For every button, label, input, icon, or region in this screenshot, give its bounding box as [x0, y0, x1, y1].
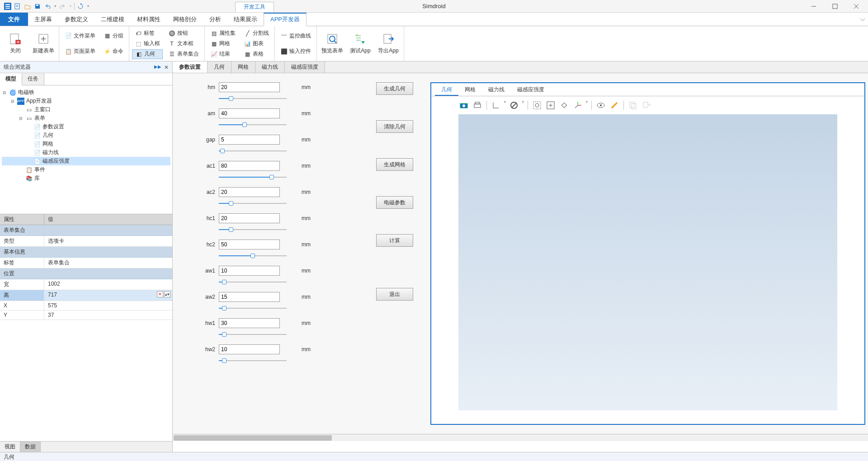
tree-form-flux[interactable]: 📄磁力线	[2, 148, 170, 157]
menu-appdev[interactable]: APP开发器	[264, 13, 307, 26]
prop-y[interactable]: Y37	[0, 310, 172, 320]
param-slider-hc1[interactable]	[219, 226, 287, 233]
doctab-geom[interactable]: 几何	[208, 61, 231, 73]
param-slider-am[interactable]	[219, 121, 287, 128]
param-input-hw1[interactable]	[219, 318, 280, 328]
preview-canvas[interactable]	[458, 114, 837, 410]
geom-button[interactable]: ◧几何	[132, 49, 163, 59]
dropdown-icon[interactable]: ▾	[586, 100, 588, 111]
dropdown-icon[interactable]: ▾	[522, 100, 524, 111]
param-input-ac2[interactable]	[219, 187, 280, 197]
axis-icon[interactable]	[491, 100, 501, 111]
dropdown-icon[interactable]: ▾	[504, 100, 506, 111]
param-slider-ac1[interactable]	[219, 174, 287, 181]
pv-tab-geom[interactable]: 几何	[435, 85, 458, 96]
doctab-bfield[interactable]: 磁感应强度	[285, 61, 325, 73]
btab-view[interactable]: 视图	[0, 442, 20, 452]
pv-tab-flux[interactable]: 磁力线	[482, 85, 511, 96]
input-ctrl-button[interactable]: ⬛输入控件	[278, 47, 314, 56]
tree-form-bfield[interactable]: 📄磁感应强度	[2, 157, 170, 165]
maximize-button[interactable]	[825, 1, 845, 12]
tree-events[interactable]: 📋事件	[2, 165, 170, 174]
input-button[interactable]: ⬚输入框	[132, 39, 163, 49]
btab-data[interactable]: 数据	[20, 442, 41, 452]
prop-x[interactable]: X575	[0, 301, 172, 310]
param-slider-hw2[interactable]	[219, 357, 287, 364]
tree-view[interactable]: ⊟🌀电磁铁 ⊟APPApp开发器 ▭主窗口 ⊟▭表单 📄参数设置 📄几何 📄网格…	[0, 85, 172, 214]
param-input-aw2[interactable]	[219, 292, 280, 302]
stepper-icon[interactable]: ▴▾	[164, 291, 170, 297]
param-input-hw2[interactable]	[219, 344, 280, 354]
close-button[interactable]: 关闭	[3, 28, 28, 59]
exit-button[interactable]: 退出	[376, 288, 413, 301]
group-button[interactable]: ▦分组	[101, 31, 126, 41]
new-form-button[interactable]: 新建表单	[31, 28, 56, 59]
open-icon[interactable]	[24, 2, 32, 10]
param-input-aw1[interactable]	[219, 266, 280, 276]
minimize-button[interactable]	[803, 1, 824, 12]
clear-icon[interactable]: ✕	[157, 291, 163, 297]
tree-forms[interactable]: ⊟▭表单	[2, 114, 170, 122]
param-slider-aw2[interactable]	[219, 305, 287, 312]
file-menu-button[interactable]: 📄文件菜单	[62, 31, 98, 41]
redo-dropdown-icon[interactable]: ▾	[69, 2, 72, 10]
chart-button[interactable]: 📊图表	[241, 39, 272, 49]
rotate-icon[interactable]	[559, 100, 570, 111]
tree-form-mesh[interactable]: 📄网格	[2, 140, 170, 148]
propset-button[interactable]: ▤属性集	[208, 28, 238, 38]
close-button[interactable]	[846, 1, 866, 12]
horizontal-scrollbar[interactable]	[173, 434, 868, 441]
prop-width[interactable]: 宽1002	[0, 279, 172, 290]
param-slider-gap[interactable]	[219, 147, 287, 155]
formset-button[interactable]: ☰表单集合	[165, 49, 202, 59]
param-slider-hw1[interactable]	[219, 331, 287, 338]
panel-close-icon[interactable]: ✕	[164, 64, 169, 71]
tree-appdev[interactable]: ⊟APPApp开发器	[2, 97, 170, 105]
param-input-hc1[interactable]	[219, 213, 280, 223]
pencil-icon[interactable]	[609, 100, 620, 111]
tag-button[interactable]: 🏷标签	[132, 28, 163, 38]
table-button[interactable]: ▦表格	[241, 49, 272, 59]
undo-icon[interactable]	[43, 2, 52, 10]
menu-mainscreen[interactable]: 主屏幕	[28, 13, 58, 26]
param-input-ac1[interactable]	[219, 161, 280, 171]
param-slider-hc2[interactable]	[219, 252, 287, 259]
cmd-button[interactable]: ⚡命令	[101, 47, 126, 56]
page-menu-button[interactable]: 📋页面菜单	[62, 47, 98, 56]
zoom-window-icon[interactable]	[532, 100, 542, 111]
prop-type[interactable]: 类型选项卡	[0, 236, 172, 247]
monitor-curve-button[interactable]: 〰监控曲线	[278, 31, 314, 41]
gen-mesh-button[interactable]: 生成网格	[376, 158, 413, 171]
doctab-flux[interactable]: 磁力线	[255, 61, 285, 73]
paste-icon[interactable]	[641, 100, 652, 111]
noentry-icon[interactable]	[509, 100, 519, 111]
doctab-params[interactable]: 参数设置	[173, 61, 208, 73]
menu-paramdef[interactable]: 参数定义	[58, 13, 94, 26]
refresh-dropdown-icon[interactable]: ▾	[86, 2, 90, 10]
menu-2dmodel[interactable]: 二维建模	[94, 13, 131, 26]
tree-library[interactable]: 📚库	[2, 174, 170, 183]
clear-geom-button[interactable]: 清除几何	[376, 120, 413, 133]
file-menu[interactable]: 文件	[0, 13, 28, 26]
param-input-hm[interactable]	[219, 82, 280, 92]
test-app-button[interactable]: 测试App	[348, 28, 373, 59]
panel-collapse-icon[interactable]: ▶▶	[154, 64, 161, 71]
splitline-button[interactable]: ╱分割线	[241, 28, 272, 38]
menu-mesh[interactable]: 网格剖分	[167, 13, 203, 26]
save-icon[interactable]	[33, 2, 42, 10]
param-slider-hm[interactable]	[219, 95, 287, 102]
tab-tasks[interactable]: 任务	[22, 73, 44, 85]
new-icon[interactable]: +	[14, 2, 22, 10]
redo-icon[interactable]	[59, 2, 67, 10]
tree-mainwin[interactable]: ▭主窗口	[2, 105, 170, 114]
export-app-button[interactable]: 导出App	[376, 28, 401, 59]
button-button[interactable]: 🔘按钮	[165, 28, 202, 38]
undo-dropdown-icon[interactable]: ▾	[53, 2, 57, 10]
grid-button[interactable]: ▦网格	[208, 39, 238, 49]
gen-geom-button[interactable]: 生成几何	[376, 82, 413, 95]
tree-root[interactable]: ⊟🌀电磁铁	[2, 88, 170, 97]
prop-height[interactable]: 高717✕▴▾	[0, 290, 172, 301]
menu-analysis[interactable]: 分析	[203, 13, 227, 26]
preview-form-button[interactable]: 预览表单	[320, 28, 345, 59]
result-button[interactable]: 📈结果	[208, 49, 238, 59]
